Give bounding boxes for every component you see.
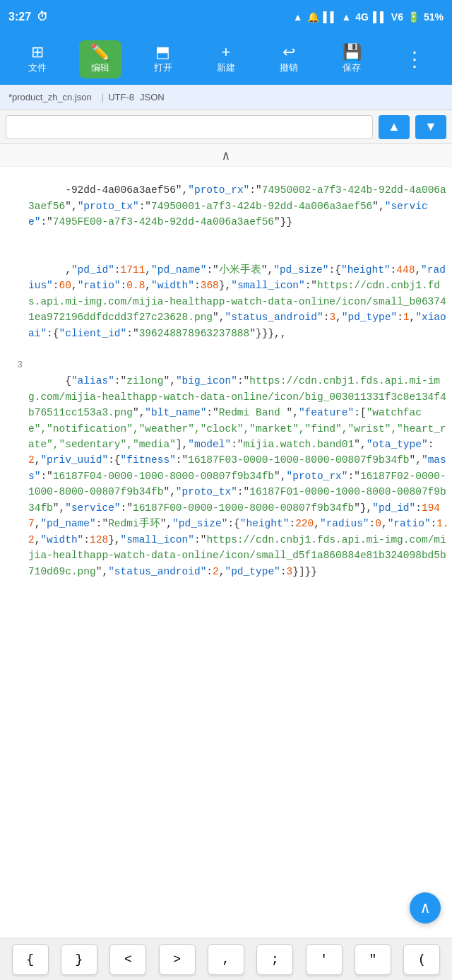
key-semicolon[interactable]: ; [256, 944, 293, 975]
signal-up-icon: ▲ [293, 11, 303, 23]
save-icon: 💾 [343, 45, 362, 60]
toolbar-save-label: 保存 [343, 61, 361, 74]
bottom-bar: { } < > , ; ' " ( [0, 938, 452, 980]
search-input[interactable] [6, 115, 373, 139]
search-up-button[interactable]: ▲ [379, 115, 410, 139]
file-bar: *product_zh_cn.json | UTF-8 JSON [0, 85, 452, 110]
undo-icon: ↩ [282, 45, 295, 60]
more-icon: ⋮ [405, 49, 424, 69]
wifi-icon: ▲ [341, 11, 351, 23]
collapse-bar[interactable]: ∧ [0, 144, 452, 167]
key-open-paren[interactable]: ( [403, 944, 440, 975]
toolbar: ⊞ 文件 ✏️ 编辑 ⬒ 打开 + 新建 ↩ 撤销 💾 保存 ⋮ [0, 34, 452, 85]
search-down-button[interactable]: ▼ [415, 115, 446, 139]
code-area[interactable]: -92dd-4a006a3aef56","proto_rx":"74950002… [0, 167, 452, 596]
line-num-1 [3, 167, 23, 167]
network-type-icon: 4G [355, 11, 369, 23]
toolbar-open-label: 打开 [154, 61, 172, 74]
toolbar-edit-label: 编辑 [91, 61, 109, 74]
vo-icon: V6 [391, 11, 403, 23]
status-right: ▲ 🔔 ▌▌ ▲ 4G ▌▌ V6 🔋 51% [293, 11, 444, 23]
network-bars-icon: ▌▌ [373, 11, 387, 23]
key-close-brace[interactable]: } [61, 944, 97, 975]
key-open-brace[interactable]: { [12, 944, 49, 975]
status-timer-icon: ⏱ [37, 11, 48, 23]
battery-icon: 🔋 [408, 11, 420, 23]
line-content-1: -92dd-4a006a3aef56","proto_rx":"74950002… [28, 167, 449, 246]
search-bar: ▲ ▼ [0, 110, 452, 144]
open-icon: ⬒ [155, 45, 170, 60]
new-icon: + [222, 45, 231, 60]
filetype: JSON [140, 92, 165, 102]
code-line-1: -92dd-4a006a3aef56","proto_rx":"74950002… [0, 167, 452, 246]
toolbar-open[interactable]: ⬒ 打开 [142, 40, 184, 78]
alarm-icon: 🔔 [307, 11, 319, 23]
toolbar-undo[interactable]: ↩ 撤销 [268, 40, 310, 78]
line-num-3: 3 [3, 358, 23, 372]
key-comma[interactable]: , [208, 944, 244, 975]
key-less-than[interactable]: < [109, 944, 146, 975]
status-left: 3:27 ⏱ [8, 11, 48, 23]
toolbar-files[interactable]: ⊞ 文件 [16, 40, 59, 78]
toolbar-save[interactable]: 💾 保存 [331, 40, 373, 78]
toolbar-undo-label: 撤销 [280, 61, 298, 74]
key-double-quote[interactable]: " [355, 944, 391, 975]
encoding: UTF-8 [108, 92, 134, 102]
key-greater-than[interactable]: > [159, 944, 196, 975]
line-num-2 [3, 246, 23, 247]
toolbar-edit[interactable]: ✏️ 编辑 [79, 40, 121, 78]
status-time: 3:27 [8, 11, 31, 23]
key-single-quote[interactable]: ' [306, 944, 343, 975]
edit-icon: ✏️ [90, 45, 109, 60]
scroll-top-button[interactable]: ∧ [410, 892, 441, 923]
line-content-2: ,"pd_id":1711,"pd_name":"小米手表","pd_size"… [28, 246, 449, 357]
toolbar-new[interactable]: + 新建 [205, 40, 247, 78]
files-icon: ⊞ [31, 45, 44, 60]
signal-bars-icon: ▌▌ [323, 11, 338, 23]
separator1: | [102, 92, 104, 102]
battery-percent: 51% [424, 11, 444, 23]
code-line-2: ,"pd_id":1711,"pd_name":"小米手表","pd_size"… [0, 246, 452, 357]
code-line-3: 3 {"alias":"zilong","big_icon":"https://… [0, 358, 452, 596]
scroll-top-icon: ∧ [420, 899, 429, 918]
collapse-icon: ∧ [222, 148, 230, 163]
line-content-3: {"alias":"zilong","big_icon":"https://cd… [28, 358, 449, 596]
status-bar: 3:27 ⏱ ▲ 🔔 ▌▌ ▲ 4G ▌▌ V6 🔋 51% [0, 0, 452, 34]
empty-area [0, 596, 452, 808]
toolbar-new-label: 新建 [217, 61, 235, 74]
filename: *product_zh_cn.json [8, 92, 92, 102]
toolbar-files-label: 文件 [28, 61, 47, 74]
toolbar-more[interactable]: ⋮ [393, 45, 436, 73]
